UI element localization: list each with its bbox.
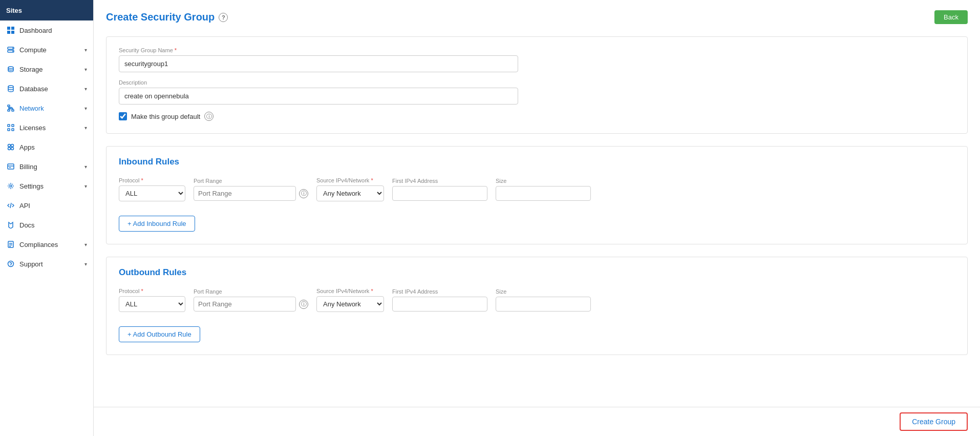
- svg-rect-26: [8, 164, 14, 169]
- make-default-label: Make this group default: [131, 113, 200, 120]
- inbound-port-range-info-icon[interactable]: ⓘ: [299, 189, 308, 198]
- outbound-rule-row: Protocol * ALL TCP UDP ICMP Port Range ⓘ: [119, 288, 955, 312]
- outbound-source-field: Source IPv4/Network * Any Network Custom: [316, 288, 384, 312]
- sidebar-item-billing-label: Billing: [19, 163, 84, 171]
- help-icon[interactable]: ?: [219, 13, 228, 22]
- main-content: Create Security Group ? Back Security Gr…: [94, 0, 980, 436]
- outbound-port-range-input[interactable]: [194, 297, 296, 312]
- outbound-source-label: Source IPv4/Network *: [316, 288, 384, 294]
- inbound-port-range-wrap: ⓘ: [194, 186, 308, 201]
- support-icon: [6, 259, 15, 268]
- form-section: Security Group Name * Description Make t…: [106, 36, 968, 134]
- outbound-first-ipv4-field: First IPv4 Address: [392, 288, 487, 312]
- inbound-port-range-label: Port Range: [194, 178, 308, 184]
- sidebar-item-dashboard-label: Dashboard: [19, 27, 87, 34]
- docs-icon: [6, 220, 15, 230]
- inbound-size-input[interactable]: [496, 186, 591, 201]
- sidebar-item-settings[interactable]: Settings ▾: [0, 176, 93, 196]
- security-group-name-field: Security Group Name *: [119, 47, 955, 72]
- outbound-port-range-field: Port Range ⓘ: [194, 288, 308, 312]
- chevron-down-icon: ▾: [84, 47, 87, 53]
- compliances-icon: [6, 240, 15, 249]
- outbound-first-ipv4-input[interactable]: [392, 297, 487, 312]
- svg-point-9: [8, 86, 13, 88]
- back-button[interactable]: Back: [934, 10, 968, 24]
- sidebar-item-storage[interactable]: Storage ▾: [0, 59, 93, 79]
- billing-icon: [6, 162, 15, 171]
- inbound-first-ipv4-field: First IPv4 Address: [392, 178, 487, 201]
- security-group-name-input[interactable]: [119, 55, 518, 72]
- make-default-checkbox[interactable]: [119, 112, 127, 120]
- settings-icon: [6, 181, 15, 191]
- sidebar-item-api-label: API: [19, 202, 87, 210]
- sidebar-item-network-label: Network: [19, 105, 84, 112]
- svg-rect-1: [11, 27, 14, 30]
- sidebar-item-network[interactable]: Network ▾: [0, 98, 93, 118]
- grid-icon: [6, 26, 15, 35]
- outbound-protocol-select[interactable]: ALL TCP UDP ICMP: [119, 296, 185, 312]
- sidebar-item-licenses[interactable]: Licenses ▾: [0, 118, 93, 137]
- server-icon: [6, 45, 15, 54]
- inbound-port-range-input[interactable]: [194, 186, 296, 201]
- security-group-name-label: Security Group Name *: [119, 47, 955, 53]
- licenses-icon: [6, 123, 15, 132]
- inbound-first-ipv4-input[interactable]: [392, 186, 487, 201]
- inbound-rule-row: Protocol * ALL TCP UDP ICMP Port Range ⓘ: [119, 177, 955, 201]
- sidebar-item-docs[interactable]: Docs: [0, 215, 93, 235]
- sidebar-item-licenses-label: Licenses: [19, 124, 84, 132]
- svg-rect-10: [8, 105, 10, 107]
- chevron-down-icon: ▾: [84, 242, 87, 247]
- inbound-port-range-field: Port Range ⓘ: [194, 178, 308, 201]
- svg-point-6: [12, 48, 13, 49]
- outbound-port-range-info-icon[interactable]: ⓘ: [299, 300, 308, 309]
- svg-rect-11: [8, 110, 10, 111]
- outbound-source-select[interactable]: Any Network Custom: [316, 296, 384, 312]
- sidebar-item-database-label: Database: [19, 85, 84, 93]
- inbound-size-field: Size: [496, 178, 591, 201]
- description-input[interactable]: [119, 88, 518, 105]
- sidebar-item-docs-label: Docs: [19, 221, 87, 229]
- svg-point-23: [11, 144, 14, 147]
- outbound-size-field: Size: [496, 288, 591, 312]
- create-group-button[interactable]: Create Group: [900, 412, 968, 431]
- sidebar-item-billing[interactable]: Billing ▾: [0, 157, 93, 176]
- sidebar-item-dashboard[interactable]: Dashboard: [0, 20, 93, 40]
- sidebar-item-apps-label: Apps: [19, 143, 87, 151]
- inbound-rules-title: Inbound Rules: [119, 157, 955, 167]
- sidebar-item-apps[interactable]: Apps: [0, 137, 93, 157]
- inbound-size-label: Size: [496, 178, 591, 184]
- svg-rect-21: [12, 129, 14, 131]
- outbound-size-input[interactable]: [496, 297, 591, 312]
- sidebar-item-api[interactable]: API: [0, 196, 93, 215]
- inbound-source-field: Source IPv4/Network * Any Network Custom: [316, 177, 384, 201]
- svg-rect-19: [12, 124, 14, 127]
- sidebar-item-compliances[interactable]: Compliances ▾: [0, 235, 93, 254]
- make-default-info-icon[interactable]: ⓘ: [204, 112, 214, 121]
- sidebar-item-database[interactable]: Database ▾: [0, 79, 93, 98]
- apps-icon: [6, 142, 15, 152]
- add-outbound-rule-button[interactable]: + Add Outbound Rule: [119, 326, 200, 342]
- description-label: Description: [119, 79, 955, 86]
- description-field: Description: [119, 79, 955, 105]
- sidebar-item-compute-label: Compute: [19, 46, 84, 54]
- chevron-down-icon: ▾: [84, 183, 87, 189]
- database-icon: [6, 84, 15, 93]
- sidebar-item-settings-label: Settings: [19, 182, 84, 190]
- inbound-protocol-select[interactable]: ALL TCP UDP ICMP: [119, 185, 185, 201]
- svg-point-8: [8, 67, 13, 69]
- chevron-down-icon: ▾: [84, 261, 87, 267]
- outbound-rules-section: Outbound Rules Protocol * ALL TCP UDP IC…: [106, 257, 968, 355]
- svg-point-22: [8, 144, 11, 147]
- outbound-size-label: Size: [496, 288, 591, 295]
- sidebar-item-support[interactable]: Support ▾: [0, 254, 93, 274]
- add-inbound-rule-button[interactable]: + Add Inbound Rule: [119, 216, 195, 232]
- sidebar-item-compute[interactable]: Compute ▾: [0, 40, 93, 59]
- svg-rect-2: [7, 31, 10, 34]
- make-default-row: Make this group default ⓘ: [119, 112, 955, 121]
- inbound-source-select[interactable]: Any Network Custom: [316, 185, 384, 201]
- chevron-down-icon: ▾: [84, 125, 87, 131]
- inbound-first-ipv4-label: First IPv4 Address: [392, 178, 487, 184]
- inbound-protocol-label: Protocol *: [119, 177, 185, 183]
- page-title: Create Security Group ?: [106, 11, 228, 23]
- svg-rect-20: [8, 129, 10, 131]
